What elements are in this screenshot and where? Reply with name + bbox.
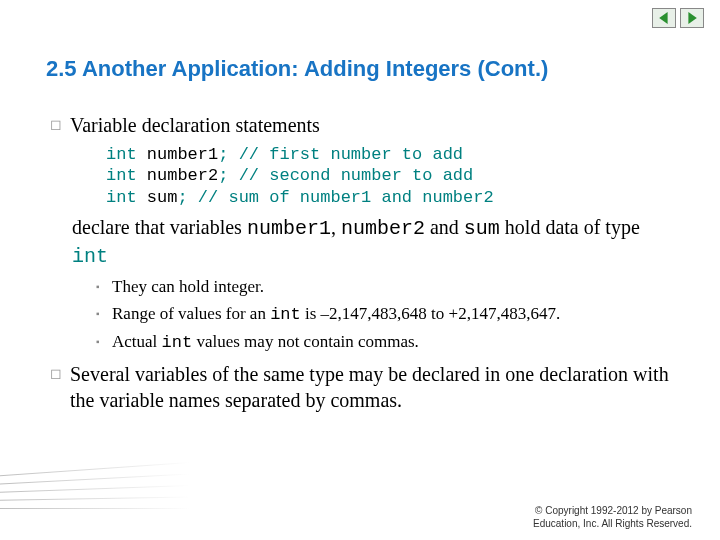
copyright-line-2: Education, Inc. All Rights Reserved. — [0, 517, 692, 530]
triangle-right-icon — [686, 12, 698, 24]
sub-bullet-3: ▪ Actual int values may not contain comm… — [96, 331, 680, 355]
sub-bullet-3-text: Actual int values may not contain commas… — [112, 331, 419, 355]
copyright-line-1: © Copyright 1992-2012 by Pearson — [0, 504, 692, 517]
sub-bullet-1-text: They can hold integer. — [112, 276, 264, 299]
sub-bullet-2: ▪ Range of values for an int is –2,147,4… — [96, 303, 680, 327]
code-line-1: int number1; // first number to add — [106, 144, 680, 165]
sub-bullet-1: ▪ They can hold integer. — [96, 276, 680, 299]
bullet-marker: ◻ — [50, 361, 70, 381]
slide-body: ◻ Variable declaration statements int nu… — [50, 112, 680, 417]
bullet-1-text: Variable declaration statements — [70, 112, 320, 138]
next-button[interactable] — [680, 8, 704, 28]
bullet-2: ◻ Several variables of the same type may… — [50, 361, 680, 413]
sub-bullet-2-text: Range of values for an int is –2,147,483… — [112, 303, 560, 327]
code-line-2: int number2; // second number to add — [106, 165, 680, 186]
sub-bullet-marker: ▪ — [96, 303, 112, 319]
code-block: int number1; // first number to add int … — [106, 144, 680, 208]
copyright: © Copyright 1992-2012 by Pearson Educati… — [0, 504, 692, 530]
triangle-left-icon — [658, 12, 670, 24]
bullet-2-text: Several variables of the same type may b… — [70, 361, 680, 413]
prev-button[interactable] — [652, 8, 676, 28]
code-line-3: int sum; // sum of number1 and number2 — [106, 187, 680, 208]
bullet-1-continuation: declare that variables number1, number2 … — [72, 214, 680, 270]
bullet-1: ◻ Variable declaration statements — [50, 112, 680, 138]
sub-bullet-marker: ▪ — [96, 331, 112, 347]
slide-title: 2.5 Another Application: Adding Integers… — [46, 56, 548, 82]
sub-bullet-marker: ▪ — [96, 276, 112, 292]
bullet-marker: ◻ — [50, 112, 70, 132]
